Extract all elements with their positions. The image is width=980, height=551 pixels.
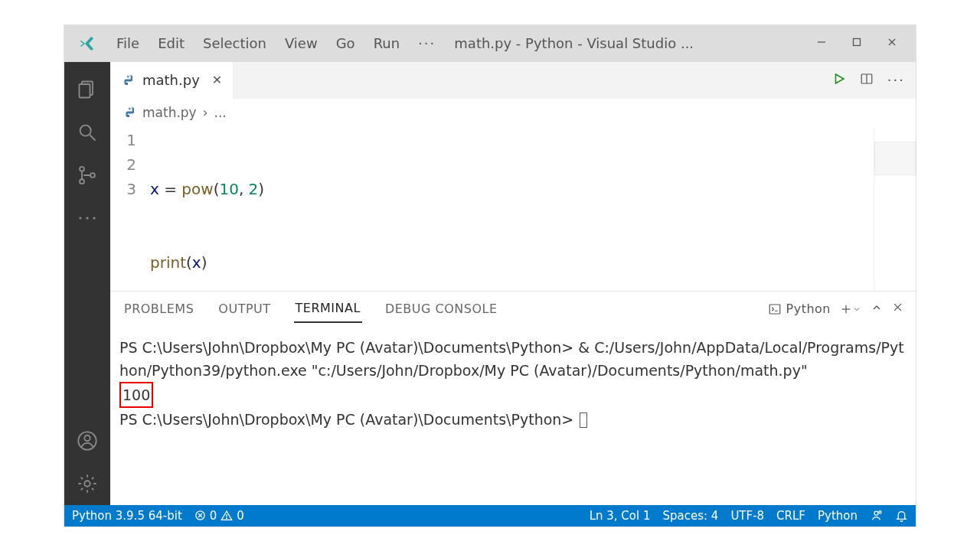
search-icon[interactable] xyxy=(64,111,110,154)
source-control-icon[interactable] xyxy=(64,154,110,197)
svg-point-6 xyxy=(80,125,91,135)
split-editor-icon[interactable] xyxy=(860,72,874,89)
breadcrumb-rest: ... xyxy=(214,105,227,120)
window-close-icon[interactable] xyxy=(874,37,910,51)
status-spaces[interactable]: Spaces: 4 xyxy=(662,509,718,523)
run-file-icon[interactable] xyxy=(832,72,846,89)
menu-more-icon[interactable]: ··· xyxy=(418,35,436,51)
tab-close-icon[interactable]: ✕ xyxy=(212,73,222,87)
window-maximize-icon[interactable] xyxy=(839,37,874,51)
svg-point-10 xyxy=(90,173,95,178)
explorer-icon[interactable] xyxy=(64,68,110,111)
maximize-panel-icon[interactable] xyxy=(871,302,883,317)
python-file-icon xyxy=(121,73,135,87)
minimap-viewport[interactable] xyxy=(874,142,916,175)
vscode-logo-icon xyxy=(78,34,96,53)
status-errors[interactable]: 0 0 xyxy=(194,509,244,523)
svg-point-9 xyxy=(80,179,84,184)
svg-point-17 xyxy=(126,76,127,77)
close-panel-icon[interactable] xyxy=(892,302,903,316)
editor-group: math.py ✕ ··· math.py xyxy=(110,62,916,505)
more-icon[interactable] xyxy=(64,197,110,240)
status-feedback-icon[interactable] xyxy=(870,509,883,522)
status-interpreter[interactable]: Python 3.9.5 64-bit xyxy=(72,509,182,523)
line-number-gutter: 1 2 3 xyxy=(110,128,150,291)
svg-rect-5 xyxy=(80,84,90,98)
vscode-window: File Edit Selection View Go Run ··· math… xyxy=(64,25,916,527)
svg-point-32 xyxy=(879,511,881,514)
panel-tab-debug-console[interactable]: DEBUG CONSOLE xyxy=(384,295,499,322)
svg-point-16 xyxy=(84,481,90,486)
breadcrumb-file: math.py xyxy=(142,105,197,120)
svg-point-8 xyxy=(80,166,84,171)
new-terminal-icon[interactable] xyxy=(840,303,861,315)
terminal-cursor xyxy=(580,412,587,428)
menu-go[interactable]: Go xyxy=(336,35,355,51)
breadcrumb-separator: › xyxy=(203,105,208,120)
menu-run[interactable]: Run xyxy=(374,35,400,51)
status-notifications-icon[interactable] xyxy=(895,509,908,522)
panel-tab-output[interactable]: OUTPUT xyxy=(217,295,272,322)
svg-line-7 xyxy=(90,135,96,140)
status-language[interactable]: Python xyxy=(818,509,858,523)
editor-tab-label: math.py xyxy=(142,72,200,88)
python-file-icon xyxy=(122,106,136,119)
editor-more-icon[interactable]: ··· xyxy=(887,72,905,88)
menu-selection[interactable]: Selection xyxy=(203,35,266,51)
terminal-output[interactable]: PS C:\Users\John\Dropbox\My PC (Avatar)\… xyxy=(110,327,916,505)
accounts-icon[interactable] xyxy=(64,419,110,462)
menu-file[interactable]: File xyxy=(116,35,139,51)
code-content: x = pow(10, 2) print(x) xyxy=(150,128,874,291)
panel-tab-bar: PROBLEMS OUTPUT TERMINAL DEBUG CONSOLE P… xyxy=(110,292,916,327)
minimap[interactable] xyxy=(874,128,916,291)
editor-tab-math[interactable]: math.py ✕ xyxy=(110,62,234,99)
menu-view[interactable]: View xyxy=(285,35,318,51)
panel-tab-problems[interactable]: PROBLEMS xyxy=(122,295,195,322)
svg-rect-21 xyxy=(769,305,780,314)
window-minimize-icon[interactable] xyxy=(804,37,839,51)
panel-tab-terminal[interactable]: TERMINAL xyxy=(294,295,362,323)
status-line-col[interactable]: Ln 3, Col 1 xyxy=(590,509,651,523)
status-encoding[interactable]: UTF-8 xyxy=(730,509,764,523)
svg-point-12 xyxy=(86,217,88,219)
menu-edit[interactable]: Edit xyxy=(158,35,185,51)
svg-rect-1 xyxy=(854,38,861,45)
breadcrumb[interactable]: math.py › ... xyxy=(110,99,916,126)
bottom-panel: PROBLEMS OUTPUT TERMINAL DEBUG CONSOLE P… xyxy=(110,291,916,505)
editor-tabs: math.py ✕ ··· xyxy=(110,62,916,99)
status-bar: Python 3.9.5 64-bit 0 0 Ln 3, Col 1 Spac… xyxy=(64,505,916,527)
svg-point-13 xyxy=(93,217,95,219)
settings-gear-icon[interactable] xyxy=(64,462,110,505)
terminal-shell-icon[interactable]: Python xyxy=(768,302,831,316)
window-title: math.py - Python - Visual Studio ... xyxy=(454,35,804,51)
program-output: 100 xyxy=(119,382,153,408)
svg-point-20 xyxy=(128,108,129,109)
code-editor[interactable]: 1 2 3 x = pow(10, 2) print(x) xyxy=(110,126,916,291)
svg-point-30 xyxy=(227,517,227,518)
svg-point-31 xyxy=(874,511,878,515)
activity-bar xyxy=(64,62,110,505)
status-eol[interactable]: CRLF xyxy=(776,509,805,523)
svg-point-11 xyxy=(79,217,81,219)
titlebar: File Edit Selection View Go Run ··· math… xyxy=(64,25,916,62)
svg-point-15 xyxy=(84,435,90,440)
